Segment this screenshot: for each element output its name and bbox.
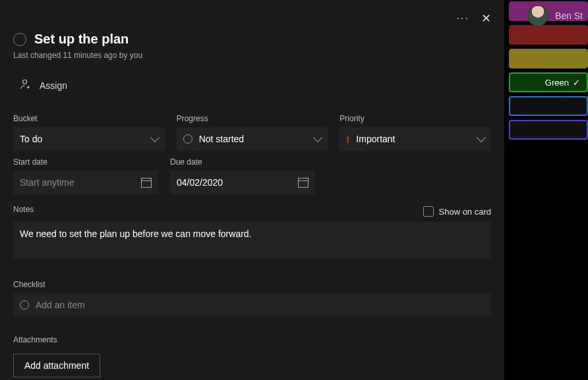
bucket-select[interactable]: To do	[13, 127, 165, 151]
label-swatch-green-text: Green	[545, 78, 569, 88]
complete-toggle[interactable]	[13, 33, 26, 46]
start-date-input[interactable]	[20, 177, 141, 188]
label-swatch-purple[interactable]	[509, 120, 588, 140]
svg-point-0	[23, 80, 27, 84]
show-on-card-toggle[interactable]: Show on card	[423, 206, 492, 217]
progress-select[interactable]: Not started	[177, 127, 328, 151]
top-bar: Ben St	[522, 0, 588, 32]
not-started-icon	[183, 134, 192, 144]
label-swatch-blue[interactable]	[509, 96, 588, 116]
close-button[interactable]: ✕	[481, 11, 491, 26]
notes-textarea[interactable]	[13, 222, 491, 259]
chevron-down-icon	[150, 133, 160, 142]
task-pane: ··· ✕ Set up the plan Last changed 11 mi…	[0, 0, 504, 380]
bucket-value: To do	[20, 134, 42, 144]
label-swatch-yellow[interactable]	[509, 49, 588, 68]
priority-select[interactable]: ! Important	[339, 127, 491, 151]
checklist-add-placeholder: Add an item	[36, 300, 85, 310]
last-changed-text: Last changed 11 minutes ago by you	[13, 51, 491, 60]
priority-important-icon: !	[346, 134, 349, 145]
priority-label: Priority	[339, 114, 491, 123]
chevron-down-icon	[313, 133, 322, 142]
bucket-label: Bucket	[13, 114, 165, 123]
chevron-down-icon	[477, 133, 486, 142]
notes-label: Notes	[13, 205, 34, 214]
priority-value: Important	[356, 134, 395, 144]
avatar[interactable]	[527, 5, 548, 26]
add-attachment-button[interactable]: Add attachment	[13, 354, 100, 377]
progress-value: Not started	[199, 134, 244, 144]
checklist-add-item[interactable]: Add an item	[13, 293, 491, 317]
label-swatch-green[interactable]: Green ✓	[509, 72, 588, 92]
more-options-button[interactable]: ···	[457, 13, 469, 24]
user-name: Ben St	[555, 11, 583, 21]
circle-icon	[20, 300, 29, 310]
progress-label: Progress	[177, 114, 328, 123]
show-on-card-label: Show on card	[439, 207, 492, 217]
assign-button[interactable]: Assign	[13, 76, 491, 95]
start-date-field[interactable]	[13, 171, 158, 194]
attachments-label: Attachments	[13, 335, 491, 344]
assign-label: Assign	[40, 80, 67, 91]
calendar-icon	[298, 178, 309, 188]
due-date-input[interactable]	[177, 177, 298, 188]
due-date-field[interactable]	[170, 171, 315, 194]
check-icon: ✓	[573, 78, 580, 88]
checklist-label: Checklist	[13, 280, 491, 289]
start-date-label: Start date	[13, 157, 158, 167]
person-add-icon	[20, 78, 32, 93]
due-date-label: Due date	[170, 157, 315, 167]
calendar-icon	[141, 178, 152, 188]
checkbox-icon	[423, 206, 434, 217]
task-title[interactable]: Set up the plan	[34, 32, 129, 47]
